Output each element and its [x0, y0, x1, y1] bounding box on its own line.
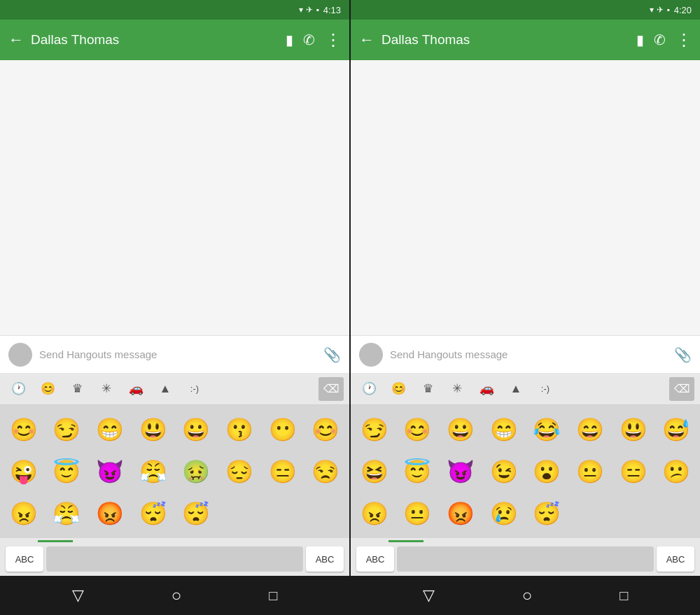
left-emoji-6[interactable]: 😗 [218, 409, 260, 450]
right-more-icon[interactable]: ⋮ [676, 30, 692, 50]
left-recents-icon[interactable]: □ [269, 588, 277, 604]
right-nav-bar: ▽ ○ □ [351, 576, 700, 615]
right-emoji-11[interactable]: 😈 [440, 451, 482, 492]
left-etab-face[interactable]: 😊 [35, 377, 60, 401]
right-emoji-17[interactable]: 😠 [354, 493, 396, 534]
right-emoji-16[interactable]: 😕 [655, 451, 697, 492]
left-emoji-5[interactable]: 😀 [176, 409, 218, 450]
left-emoji-12[interactable]: 😤 [132, 451, 174, 492]
left-phone-icon[interactable]: ✆ [303, 31, 315, 48]
left-avatar [8, 343, 32, 367]
right-keyboard-bottom: ABC ABC [351, 542, 700, 576]
left-wifi-icon: ▾ [299, 5, 303, 15]
left-emoji-19[interactable]: 😡 [89, 493, 131, 534]
right-emoji-7[interactable]: 😃 [612, 409, 654, 450]
right-emoji-20[interactable]: 😢 [483, 493, 525, 534]
left-emoji-17[interactable]: 😠 [3, 493, 45, 534]
right-etab-face[interactable]: 😊 [386, 377, 411, 401]
right-toolbar: ← Dallas Thomas ▮ ✆ ⋮ [351, 20, 700, 60]
left-space-key[interactable] [46, 546, 303, 572]
left-emoji-1[interactable]: 😊 [3, 409, 45, 450]
left-delete-button[interactable]: ⌫ [318, 377, 344, 401]
left-toolbar: ← Dallas Thomas ▮ ✆ ⋮ [0, 20, 349, 60]
left-emoji-15[interactable]: 😑 [262, 451, 304, 492]
right-emoji-13[interactable]: 😮 [526, 451, 568, 492]
right-chat-area [351, 60, 700, 335]
right-emoji-4[interactable]: 😁 [483, 409, 525, 450]
left-status-icons: ▾ ✈ ▪ [299, 5, 318, 15]
right-etab-text[interactable]: :-) [533, 377, 558, 401]
left-chat-area [0, 60, 349, 335]
right-phone-icon[interactable]: ✆ [654, 31, 666, 48]
right-message-bar: Send Hangouts message 📎 [351, 335, 700, 373]
right-recents-icon[interactable]: □ [620, 588, 628, 604]
left-emoji-18[interactable]: 😤 [46, 493, 88, 534]
left-etab-crown[interactable]: ♛ [64, 377, 90, 401]
left-emoji-2[interactable]: 😏 [46, 409, 88, 450]
left-video-icon[interactable]: ▮ [286, 31, 293, 48]
right-emoji-toolbar: 🕐 😊 ♛ ✳ 🚗 ▲ :-) ⌫ [351, 373, 700, 405]
right-back-button[interactable]: ← [359, 31, 374, 49]
right-emoji-18[interactable]: 😐 [397, 493, 439, 534]
right-message-input[interactable]: Send Hangouts message [390, 348, 667, 360]
left-etab-car[interactable]: 🚗 [123, 377, 148, 401]
right-etab-crown[interactable]: ♛ [415, 377, 440, 401]
right-emoji-9[interactable]: 😆 [354, 451, 396, 492]
left-status-bar: ▾ ✈ ▪ 4:13 [0, 0, 349, 20]
left-message-input[interactable]: Send Hangouts message [39, 348, 316, 360]
right-abc-left[interactable]: ABC [356, 546, 394, 572]
right-attach-icon[interactable]: 📎 [674, 346, 692, 363]
left-emoji-7[interactable]: 😶 [262, 409, 304, 450]
left-etab-triangle[interactable]: ▲ [153, 377, 178, 401]
right-back-nav-icon[interactable]: ▽ [423, 586, 435, 605]
left-attach-icon[interactable]: 📎 [323, 346, 341, 363]
left-emoji-9[interactable]: 😜 [3, 451, 45, 492]
right-video-icon[interactable]: ▮ [636, 31, 644, 48]
right-contact-name: Dallas Thomas [382, 32, 629, 48]
right-space-key[interactable] [397, 546, 654, 572]
right-abc-right[interactable]: ABC [657, 546, 694, 572]
left-back-nav-icon[interactable]: ▽ [72, 586, 84, 605]
right-etab-recent[interactable]: 🕐 [356, 377, 382, 401]
left-time: 4:13 [323, 5, 341, 15]
left-abc-right[interactable]: ABC [306, 546, 344, 572]
left-emoji-4[interactable]: 😃 [132, 409, 174, 450]
right-etab-flower[interactable]: ✳ [444, 377, 470, 401]
left-etab-flower[interactable]: ✳ [94, 377, 119, 401]
right-emoji-19[interactable]: 😡 [440, 493, 482, 534]
left-emoji-13[interactable]: 🤢 [176, 451, 218, 492]
left-emoji-21[interactable]: 😴 [176, 493, 218, 534]
left-keyboard-bottom: ABC ABC [0, 542, 349, 576]
left-abc-left[interactable]: ABC [6, 546, 43, 572]
left-emoji-8[interactable]: 😊 [304, 409, 346, 450]
left-etab-text[interactable]: :-) [182, 377, 207, 401]
left-back-button[interactable]: ← [8, 31, 24, 49]
right-emoji-10[interactable]: 😇 [397, 451, 439, 492]
left-battery-icon: ▪ [316, 5, 318, 15]
right-etab-triangle[interactable]: ▲ [503, 377, 528, 401]
right-emoji-1[interactable]: 😏 [354, 409, 396, 450]
right-emoji-3[interactable]: 😀 [440, 409, 482, 450]
right-emoji-8[interactable]: 😅 [655, 409, 697, 450]
right-emoji-2[interactable]: 😊 [397, 409, 439, 450]
right-emoji-6[interactable]: 😄 [569, 409, 611, 450]
right-etab-car[interactable]: 🚗 [474, 377, 499, 401]
left-emoji-11[interactable]: 😈 [89, 451, 131, 492]
right-delete-button[interactable]: ⌫ [669, 377, 694, 401]
left-more-icon[interactable]: ⋮ [325, 30, 341, 50]
left-emoji-20[interactable]: 😴 [132, 493, 174, 534]
left-emoji-10[interactable]: 😇 [46, 451, 88, 492]
right-emoji-15[interactable]: 😑 [612, 451, 654, 492]
right-emoji-14[interactable]: 😐 [569, 451, 611, 492]
left-contact-name: Dallas Thomas [31, 32, 279, 48]
left-emoji-16[interactable]: 😒 [304, 451, 346, 492]
right-emoji-12[interactable]: 😉 [483, 451, 525, 492]
left-home-icon[interactable]: ○ [172, 586, 182, 605]
left-etab-recent[interactable]: 🕐 [6, 377, 31, 401]
right-emoji-5[interactable]: 😂 [526, 409, 568, 450]
left-emoji-14[interactable]: 😔 [218, 451, 260, 492]
right-home-icon[interactable]: ○ [522, 586, 533, 605]
right-time: 4:20 [674, 5, 692, 15]
right-emoji-21[interactable]: 😴 [526, 493, 568, 534]
left-emoji-3[interactable]: 😁 [89, 409, 131, 450]
